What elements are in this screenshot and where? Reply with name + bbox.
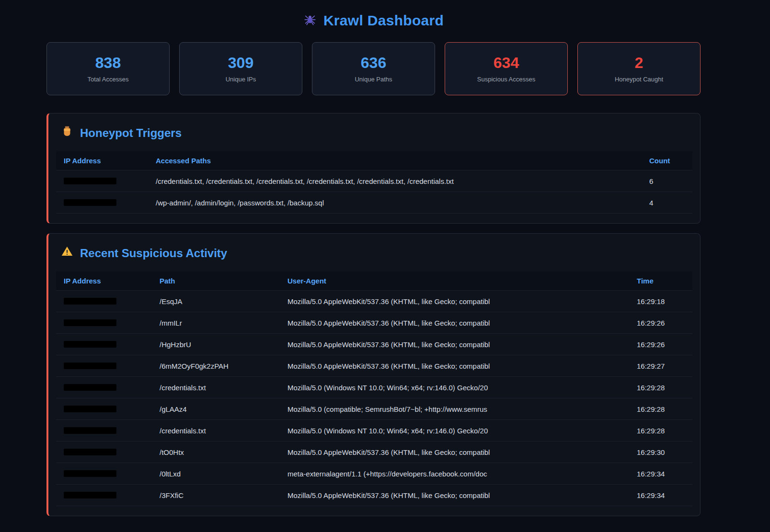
honeypot-table: IP Address Accessed Paths Count /credent…	[56, 151, 692, 214]
honeypot-section-title-text: Honeypot Triggers	[80, 126, 182, 140]
redacted-ip-bar	[64, 178, 116, 184]
time-cell: 16:29:28	[629, 426, 692, 436]
path-cell: /mmILr	[152, 318, 280, 328]
stat-card-honeypot-caught: 2 Honeypot Caught	[577, 42, 701, 95]
user-agent-cell: Mozilla/5.0 (Windows NT 10.0; Win64; x64…	[280, 426, 629, 436]
suspicious-table-header: IP Address Path User-Agent Time	[56, 272, 692, 291]
suspicious-table-row: /EsqJA Mozilla/5.0 AppleWebKit/537.36 (K…	[56, 291, 692, 312]
redacted-ip-bar	[64, 384, 116, 391]
honeypot-triggers-panel: Honeypot Triggers IP Address Accessed Pa…	[46, 113, 701, 224]
suspicious-table-row: /gLAAz4 Mozilla/5.0 (compatible; Semrush…	[56, 398, 692, 420]
redacted-ip-bar	[64, 427, 116, 434]
suspicious-table-row: /credentials.txt Mozilla/5.0 (Windows NT…	[56, 420, 692, 441]
ip-address-cell	[56, 426, 152, 435]
time-cell: 16:29:27	[629, 361, 692, 371]
col-header-user-agent: User-Agent	[280, 276, 629, 286]
ip-address-cell	[56, 491, 152, 499]
user-agent-cell: Mozilla/5.0 (compatible; SemrushBot/7~bl…	[280, 404, 629, 414]
ip-address-cell	[56, 177, 148, 185]
time-cell: 16:29:30	[629, 447, 692, 457]
accessed-paths-cell: /wp-admin/, /admin/login, /passwords.txt…	[148, 198, 642, 208]
stat-label: Honeypot Caught	[615, 76, 663, 83]
suspicious-section-title-text: Recent Suspicious Activity	[80, 246, 227, 260]
ip-address-cell	[56, 297, 152, 306]
time-cell: 16:29:28	[629, 383, 692, 393]
user-agent-cell: Mozilla/5.0 AppleWebKit/537.36 (KHTML, l…	[280, 361, 629, 371]
suspicious-table-row: /6mM2OyF0gk2zPAH Mozilla/5.0 AppleWebKit…	[56, 355, 692, 377]
stat-label: Unique Paths	[355, 76, 392, 83]
suspicious-table: IP Address Path User-Agent Time /EsqJA M…	[56, 272, 692, 506]
col-header-time: Time	[629, 276, 692, 286]
suspicious-table-row: /credentials.txt Mozilla/5.0 (Windows NT…	[56, 377, 692, 398]
redacted-ip-bar	[64, 406, 116, 412]
col-header-ip-address: IP Address	[56, 156, 148, 166]
ip-address-cell	[56, 340, 152, 349]
spider-icon	[303, 13, 317, 28]
redacted-ip-bar	[64, 470, 116, 477]
suspicious-table-row: /HgHzbrU Mozilla/5.0 AppleWebKit/537.36 …	[56, 334, 692, 355]
suspicious-section-title: Recent Suspicious Activity	[61, 245, 692, 261]
honeypot-icon	[61, 125, 73, 141]
stat-card-total-accesses: 838 Total Accesses	[46, 42, 170, 95]
time-cell: 16:29:34	[629, 469, 692, 479]
accessed-paths-cell: /credentials.txt, /credentials.txt, /cre…	[148, 176, 642, 186]
col-header-ip-address: IP Address	[56, 276, 152, 286]
stat-label: Total Accesses	[88, 76, 129, 83]
path-cell: /tO0Htx	[152, 447, 280, 457]
dashboard-page: Krawl Dashboard 838 Total Accesses 309 U…	[46, 0, 701, 516]
ip-address-cell	[56, 448, 152, 456]
time-cell: 16:29:34	[629, 490, 692, 500]
path-cell: /gLAAz4	[152, 404, 280, 414]
path-cell: /credentials.txt	[152, 426, 280, 436]
user-agent-cell: Mozilla/5.0 (Windows NT 10.0; Win64; x64…	[280, 383, 629, 393]
stat-value: 634	[494, 55, 519, 70]
time-cell: 16:29:26	[629, 318, 692, 328]
path-cell: /6mM2OyF0gk2zPAH	[152, 361, 280, 371]
app-header: Krawl Dashboard	[46, 8, 701, 42]
path-cell: /credentials.txt	[152, 383, 280, 393]
ip-address-cell	[56, 362, 152, 370]
stats-row: 838 Total Accesses 309 Unique IPs 636 Un…	[46, 42, 701, 95]
user-agent-cell: Mozilla/5.0 AppleWebKit/537.36 (KHTML, l…	[280, 340, 629, 350]
stat-value: 636	[361, 55, 386, 70]
time-cell: 16:29:28	[629, 404, 692, 414]
stat-value: 309	[228, 55, 253, 70]
ip-address-cell	[56, 405, 152, 413]
ip-address-cell	[56, 469, 152, 478]
col-header-count: Count	[642, 156, 692, 166]
suspicious-table-row: /0ltLxd meta-externalagent/1.1 (+https:/…	[56, 463, 692, 485]
ip-address-cell	[56, 383, 152, 392]
path-cell: /EsqJA	[152, 296, 280, 306]
stat-value: 2	[635, 55, 644, 70]
suspicious-table-body: /EsqJA Mozilla/5.0 AppleWebKit/537.36 (K…	[56, 291, 692, 506]
redacted-ip-bar	[64, 199, 116, 206]
stat-value: 838	[95, 55, 121, 70]
time-cell: 16:29:18	[629, 296, 692, 306]
count-cell: 6	[642, 176, 692, 186]
user-agent-cell: meta-externalagent/1.1 (+https://develop…	[280, 469, 629, 479]
col-header-accessed-paths: Accessed Paths	[148, 156, 642, 166]
suspicious-table-row: /mmILr Mozilla/5.0 AppleWebKit/537.36 (K…	[56, 312, 692, 334]
suspicious-activity-panel: Recent Suspicious Activity IP Address Pa…	[46, 233, 701, 516]
path-cell: /HgHzbrU	[152, 340, 280, 350]
ip-address-cell	[56, 318, 152, 327]
col-header-path: Path	[152, 276, 280, 286]
user-agent-cell: Mozilla/5.0 AppleWebKit/537.36 (KHTML, l…	[280, 490, 629, 500]
redacted-ip-bar	[64, 319, 116, 326]
path-cell: /3FXfiC	[152, 490, 280, 500]
honeypot-table-body: /credentials.txt, /credentials.txt, /cre…	[56, 170, 692, 214]
redacted-ip-bar	[64, 492, 116, 498]
time-cell: 16:29:26	[629, 340, 692, 350]
stat-card-unique-paths: 636 Unique Paths	[312, 42, 435, 95]
suspicious-table-row: /3FXfiC Mozilla/5.0 AppleWebKit/537.36 (…	[56, 485, 692, 506]
stat-label: Unique IPs	[226, 76, 256, 83]
honeypot-table-header: IP Address Accessed Paths Count	[56, 151, 692, 170]
user-agent-cell: Mozilla/5.0 AppleWebKit/537.36 (KHTML, l…	[280, 296, 629, 306]
stat-label: Suspicious Accesses	[477, 76, 535, 83]
page-title: Krawl Dashboard	[323, 12, 444, 29]
stat-card-unique-ips: 309 Unique IPs	[179, 42, 302, 95]
ip-address-cell	[56, 198, 148, 207]
user-agent-cell: Mozilla/5.0 AppleWebKit/537.36 (KHTML, l…	[280, 447, 629, 457]
honeypot-table-row: /credentials.txt, /credentials.txt, /cre…	[56, 170, 692, 192]
honeypot-section-title: Honeypot Triggers	[61, 125, 692, 141]
